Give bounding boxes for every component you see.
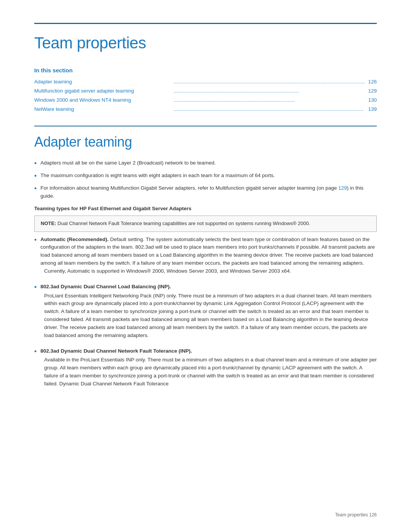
footer: Team properties 126 bbox=[335, 511, 377, 518]
sub-bullet-text: 802.3ad Dynamic Dual Channel Load Balanc… bbox=[40, 283, 171, 291]
toc-link[interactable]: Multifunction gigabit server adapter tea… bbox=[34, 88, 134, 94]
toc-link[interactable]: Adapter teaming bbox=[34, 79, 72, 85]
toc-table: Adapter teaming ........................… bbox=[34, 77, 377, 114]
sub-bullet-subtext: ProLiant Essentials Intelligent Networki… bbox=[44, 292, 377, 340]
toc-dots: ........................................… bbox=[174, 86, 365, 96]
toc-row: NetWare teaming ........................… bbox=[34, 105, 377, 114]
bullet-dot: • bbox=[34, 236, 37, 244]
toc-page-number: 129 bbox=[365, 86, 377, 96]
note-box: NOTE: Dual Channel Network Fault Toleran… bbox=[34, 216, 377, 232]
in-this-section-label: In this section bbox=[34, 66, 377, 75]
sub-bullet-bold: 802.3ad Dynamic Dual Channel Network Fau… bbox=[40, 348, 192, 354]
note-text: Dual Channel Network Fault Tolerance tea… bbox=[57, 220, 310, 226]
toc-dots: ........................................… bbox=[174, 105, 365, 114]
toc-link[interactable]: Windows 2000 and Windows NT4 teaming bbox=[34, 97, 131, 103]
toc-row: Multifunction gigabit server adapter tea… bbox=[34, 86, 377, 96]
bullet-dot: • bbox=[34, 184, 37, 193]
sub-bullet-list: •Automatic (Recommended). Default settin… bbox=[34, 236, 377, 391]
toc-page-number: 126 bbox=[365, 77, 377, 86]
sub-bullet-text: 802.3ad Dynamic Dual Channel Network Fau… bbox=[40, 347, 192, 355]
toc-link[interactable]: NetWare teaming bbox=[34, 106, 74, 112]
toc-row: Windows 2000 and Windows NT4 teaming ...… bbox=[34, 96, 377, 105]
main-bullet-list: •Adapters must all be on the same Layer … bbox=[34, 159, 377, 201]
toc-page-number: 130 bbox=[365, 96, 377, 105]
note-label: NOTE: bbox=[41, 220, 56, 226]
bullet-dot: • bbox=[34, 283, 37, 292]
inline-link[interactable]: 129 bbox=[338, 185, 347, 191]
bullet-dot: • bbox=[34, 347, 37, 356]
sub-bullet-text: Automatic (Recommended). Default setting… bbox=[40, 236, 377, 268]
toc-page-number: 139 bbox=[365, 105, 377, 114]
bullet-item: •For information about teaming Multifunc… bbox=[34, 184, 377, 200]
sub-bullet-bold: 802.3ad Dynamic Dual Channel Load Balanc… bbox=[40, 284, 171, 289]
sub-bullet-item: •802.3ad Dynamic Dual Channel Network Fa… bbox=[34, 347, 377, 391]
bullet-dot: • bbox=[34, 172, 37, 181]
sub-bullet-bold: Automatic (Recommended). bbox=[40, 236, 108, 242]
bullet-text: The maximum configuration is eight teams… bbox=[40, 172, 275, 180]
sub-bullet-subtext: Available in the ProLiant Essentials INP… bbox=[44, 356, 377, 388]
teaming-types-heading: Teaming types for HP Fast Ethernet and G… bbox=[34, 205, 377, 212]
top-rule bbox=[34, 23, 377, 24]
page-container: Team properties In this section Adapter … bbox=[0, 0, 411, 532]
bullet-text: Adapters must all be on the same Layer 2… bbox=[40, 159, 216, 167]
in-this-section: In this section Adapter teaming ........… bbox=[34, 66, 377, 114]
toc-row: Adapter teaming ........................… bbox=[34, 77, 377, 86]
bullet-dot: • bbox=[34, 159, 37, 168]
toc-dots: ........................................… bbox=[174, 77, 365, 86]
bullet-item: •Adapters must all be on the same Layer … bbox=[34, 159, 377, 168]
bullet-text: For information about teaming Multifunct… bbox=[40, 184, 377, 200]
sub-bullet-item: •Automatic (Recommended). Default settin… bbox=[34, 236, 377, 279]
toc-dots: ........................................… bbox=[174, 96, 365, 105]
page-title: Team properties bbox=[34, 31, 377, 55]
section-rule bbox=[34, 126, 377, 126]
sub-bullet-item: •802.3ad Dynamic Dual Channel Load Balan… bbox=[34, 283, 377, 343]
section-title-adapter-teaming: Adapter teaming bbox=[34, 132, 377, 152]
bullet-item: •The maximum configuration is eight team… bbox=[34, 172, 377, 181]
sub-bullet-subtext: Currently, Automatic is supported in Win… bbox=[44, 267, 291, 275]
